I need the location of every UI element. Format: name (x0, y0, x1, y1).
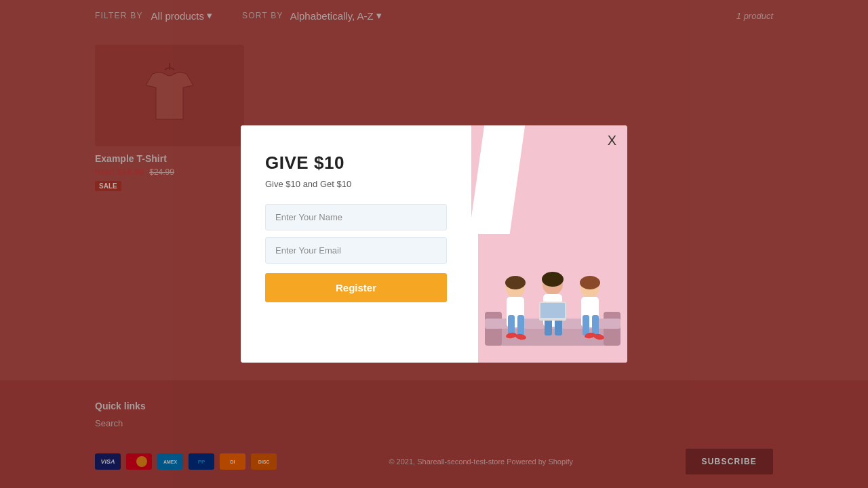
modal-overlay[interactable]: X GIVE $10 Give $10 and Get $10 Register (0, 0, 868, 488)
svg-rect-21 (592, 315, 599, 336)
svg-point-22 (505, 276, 526, 289)
email-input[interactable] (265, 237, 447, 264)
modal-subtitle: Give $10 and Get $10 (265, 179, 447, 189)
svg-point-24 (580, 276, 600, 289)
svg-point-23 (542, 272, 564, 287)
modal-left-panel: GIVE $10 Give $10 and Get $10 Register (241, 125, 471, 363)
svg-rect-11 (517, 315, 524, 336)
modal-close-button[interactable]: X (608, 134, 616, 147)
svg-rect-17 (540, 303, 565, 318)
svg-rect-20 (583, 315, 589, 336)
name-input[interactable] (265, 204, 447, 230)
register-button[interactable]: Register (265, 273, 447, 302)
modal-title: GIVE $10 (265, 152, 447, 174)
svg-rect-10 (508, 315, 515, 336)
modal: X GIVE $10 Give $10 and Get $10 Register (241, 125, 627, 363)
modal-right-panel (471, 125, 627, 363)
women-illustration (478, 234, 627, 363)
